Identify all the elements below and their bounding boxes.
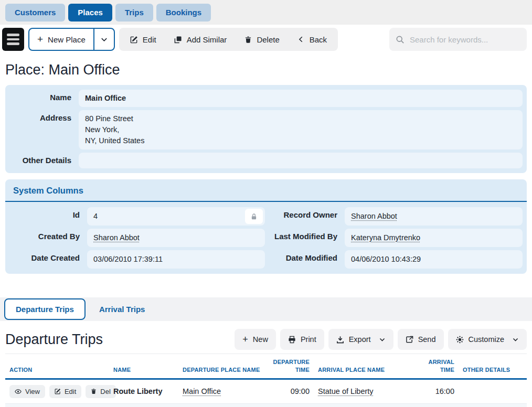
trash-icon (244, 36, 252, 44)
chevron-left-icon (297, 36, 305, 43)
view-button[interactable]: View (9, 385, 45, 398)
name-value: Main Office (79, 90, 523, 107)
add-similar-label: Add Similar (187, 35, 227, 44)
search-input[interactable] (410, 35, 520, 44)
trip-name: Route Liberty (109, 379, 178, 403)
new-place-label: New Place (48, 35, 86, 44)
tab-bookings[interactable]: Bookings (156, 4, 211, 22)
record-owner-label: Record Owner (267, 207, 345, 226)
field-last-modified-by: Last Modified By Kateryna Dmytrenko (267, 229, 523, 247)
arrival-time: 16:00 (412, 379, 459, 403)
edit-label: Edit (143, 35, 156, 44)
eye-icon (15, 388, 22, 395)
customize-button[interactable]: Customize (448, 329, 527, 350)
id-label: Id (9, 207, 87, 226)
other-details-label: Other Details (9, 153, 79, 168)
col-arrival-time[interactable]: ARRIVAL TIME (412, 354, 459, 379)
add-similar-button[interactable]: Add Similar (165, 28, 236, 51)
page-title: Place: Main Office (5, 62, 527, 78)
col-arrival-place-name[interactable]: ARRIVAL PLACE NAME (314, 354, 412, 379)
field-other-details: Other Details (9, 153, 523, 168)
created-by-label: Created By (9, 229, 87, 247)
field-address: Address 80 Pine Street New York, NY, Uni… (9, 110, 523, 149)
edit-button[interactable]: Edit (121, 28, 165, 51)
plus-icon: + (242, 334, 248, 345)
tab-departure-trips[interactable]: Departure Trips (4, 298, 86, 320)
table-action-buttons: + New Print Export Send (235, 329, 527, 350)
place-details-panel: Name Main Office Address 80 Pine Street … (5, 85, 527, 173)
created-by-link[interactable]: Sharon Abbot (93, 233, 140, 242)
gear-icon (456, 336, 464, 344)
col-name[interactable]: NAME (109, 354, 178, 379)
delete-button[interactable]: Delete (236, 28, 288, 51)
back-label: Back (310, 35, 327, 44)
system-columns-left: Id 4 Created By Sharon Abbot Date Create… (9, 207, 265, 269)
field-created-by: Created By Sharon Abbot (9, 229, 265, 247)
departure-place-link[interactable]: Main Office (183, 387, 221, 395)
new-place-button[interactable]: + New Place (29, 29, 93, 50)
col-departure-time[interactable]: DEPARTURE TIME (265, 354, 314, 379)
tab-trips[interactable]: Trips (115, 4, 153, 22)
address-value: 80 Pine Street New York, NY, United Stat… (79, 110, 523, 149)
address-label: Address (9, 110, 79, 149)
field-date-created: Date Created 03/06/2010 17:39:11 (9, 250, 265, 269)
date-created-label: Date Created (9, 250, 87, 269)
printer-icon (288, 336, 296, 344)
date-created-value: 03/06/2010 17:39:11 (87, 250, 265, 269)
field-date-modified: Date Modified 04/06/2010 10:43:29 (267, 250, 523, 269)
departure-trips-header: Departure Trips + New Print Export Send (5, 329, 527, 350)
tab-customers[interactable]: Customers (5, 4, 65, 22)
other-details (459, 379, 527, 403)
lock-icon (245, 209, 263, 224)
system-columns-panel: System Columns Id 4 Created By Sharon Ab… (5, 179, 527, 274)
related-lists-tab-bar: Departure Trips Arrival Trips (0, 297, 532, 321)
new-place-dropdown-toggle[interactable] (93, 29, 114, 50)
download-icon (336, 336, 344, 344)
search-icon (396, 35, 405, 44)
edit-icon (130, 36, 138, 44)
col-action: ACTION (5, 354, 109, 379)
field-id: Id 4 (9, 207, 265, 226)
new-trip-button[interactable]: + New (235, 329, 276, 350)
tab-arrival-trips[interactable]: Arrival Trips (88, 298, 157, 320)
col-other-details[interactable]: OTHER DETAILS (459, 354, 527, 379)
system-columns-right: Record Owner Sharon Abbot Last Modified … (267, 207, 523, 269)
row-actions: View Edit Del (9, 385, 105, 398)
delete-button[interactable]: Del (86, 385, 116, 398)
created-by-value: Sharon Abbot (87, 229, 265, 247)
back-button[interactable]: Back (289, 28, 336, 51)
departure-trips-title: Departure Trips (5, 331, 103, 348)
print-button[interactable]: Print (280, 329, 324, 350)
last-modified-by-link[interactable]: Kateryna Dmytrenko (351, 233, 420, 242)
new-place-split-button[interactable]: + New Place (28, 28, 115, 51)
tab-places[interactable]: Places (68, 4, 112, 22)
id-value: 4 (87, 207, 265, 226)
toolbar: + New Place Edit Add Similar Delete (2, 28, 527, 51)
export-button[interactable]: Export (328, 329, 393, 350)
edit-button[interactable]: Edit (49, 385, 81, 398)
table-row: View Edit Del (5, 379, 527, 403)
record-action-group: Edit Add Similar Delete Back (119, 28, 338, 51)
departure-trips-table: ACTION NAME DEPARTURE PLACE NAME DEPARTU… (5, 354, 527, 407)
trip-name: Route Park (109, 403, 178, 407)
col-departure-place-name[interactable]: DEPARTURE PLACE NAME (178, 354, 265, 379)
app-tab-bar: Customers Places Trips Bookings (0, 0, 532, 25)
send-icon (406, 336, 413, 344)
date-modified-label: Date Modified (267, 250, 345, 269)
table-header-row: ACTION NAME DEPARTURE PLACE NAME DEPARTU… (5, 354, 527, 379)
hamburger-icon (7, 34, 19, 36)
chevron-down-icon (512, 336, 519, 343)
name-label: Name (9, 90, 79, 107)
arrival-time: 17:00 (412, 403, 459, 407)
send-button[interactable]: Send (398, 329, 444, 350)
search-box (389, 28, 527, 51)
field-record-owner: Record Owner Sharon Abbot (267, 207, 523, 226)
system-columns-body: Id 4 Created By Sharon Abbot Date Create… (5, 202, 527, 274)
chevron-down-icon (379, 336, 386, 343)
last-modified-by-label: Last Modified By (267, 229, 345, 247)
table-row: View Edit Del (5, 403, 527, 407)
arrival-place-link[interactable]: Statue of Liberty (318, 387, 374, 395)
record-owner-link[interactable]: Sharon Abbot (351, 212, 397, 220)
system-columns-title: System Columns (5, 179, 527, 202)
menu-button[interactable] (2, 28, 24, 51)
